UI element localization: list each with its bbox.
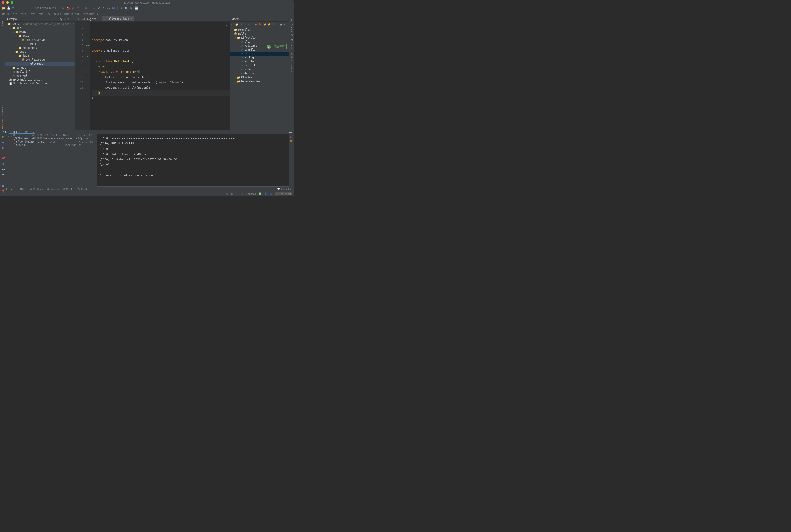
- reload-icon[interactable]: ⟳: [231, 23, 234, 26]
- locate-icon[interactable]: ◎: [59, 17, 63, 21]
- crumb-5[interactable]: lzx: [46, 13, 51, 16]
- hide-panel-icon[interactable]: —: [289, 130, 292, 134]
- tree-row[interactable]: ▾📁src: [5, 26, 75, 30]
- filter-icon[interactable]: ⚗: [1, 174, 5, 177]
- tool-windows-icon[interactable]: ▫: [2, 193, 3, 195]
- crumb-4[interactable]: com: [38, 13, 43, 16]
- maven-tab[interactable]: Maven: [291, 63, 293, 73]
- settings-icon[interactable]: ⚙: [107, 6, 110, 10]
- tree-row[interactable]: ▸📚External Libraries: [5, 78, 75, 82]
- tree-row[interactable]: ▾📦com.lzx.maven: [5, 58, 75, 62]
- toggle-offline-icon[interactable]: ⚡: [263, 23, 266, 26]
- project-tab[interactable]: Project: [1, 17, 4, 27]
- profile-icon[interactable]: ⏱: [76, 6, 79, 10]
- tree-row[interactable]: ▸©HelloTest: [5, 62, 75, 66]
- hide-panel-icon[interactable]: —: [284, 17, 287, 21]
- favorites-tab[interactable]: Favorites: [1, 117, 4, 130]
- run-maven-icon[interactable]: ▶: [254, 23, 258, 26]
- show-dependencies-icon[interactable]: ⚠: [272, 23, 275, 26]
- editor-body[interactable]: 12345678910111213 ▶▶▶ ✓ package com.lzx.…: [75, 22, 229, 130]
- toggle-skip-tests-icon[interactable]: ⚡: [267, 23, 271, 26]
- maven-tree-row[interactable]: ⚙verify: [230, 60, 289, 63]
- encoding[interactable]: UTF-8: [237, 193, 243, 195]
- tree-row[interactable]: Mpom.xml: [5, 74, 75, 78]
- save-all-icon[interactable]: 💾: [7, 6, 10, 10]
- add-project-icon[interactable]: +: [247, 23, 250, 26]
- download-sources-icon[interactable]: ⬇: [239, 23, 243, 26]
- run-tree-row[interactable]: ▸!com.lzx.maven:Hello:jar:1.0-SNAPSHOT2 …: [6, 142, 97, 145]
- eye-icon[interactable]: 👁: [1, 162, 5, 166]
- more-icon[interactable]: ⋮: [283, 130, 287, 134]
- key-promoter-tab[interactable]: Key Promoter X: [291, 17, 293, 37]
- close-window-icon[interactable]: [2, 1, 4, 4]
- stop-icon[interactable]: ■: [1, 140, 5, 144]
- tw-profiler[interactable]: ⏱Profiler: [63, 188, 74, 190]
- tw-run[interactable]: ▶Run: [6, 188, 13, 190]
- code-area[interactable]: ✓ package com.lzx.maven; import org.juni…: [90, 22, 229, 130]
- stop-icon[interactable]: ■: [84, 6, 88, 10]
- run-tree[interactable]: ▾✓Hello [test]:At 2021/2/4, 15:01 with 3…: [6, 134, 97, 193]
- crumb-6[interactable]: maven: [53, 13, 61, 16]
- maven-tree-row[interactable]: ▸📁Dependencies: [230, 79, 289, 83]
- more-icon[interactable]: ⋮: [280, 17, 284, 21]
- maven-tree-row[interactable]: ▸📁Profiles: [230, 28, 289, 32]
- close-icon[interactable]: ✕: [98, 18, 99, 20]
- tree-row[interactable]: ▸©Hello: [5, 42, 75, 46]
- tree-row[interactable]: ▸📁target: [5, 66, 75, 70]
- minimize-window-icon[interactable]: [6, 1, 9, 4]
- expand-all-icon[interactable]: ⤢: [63, 17, 67, 21]
- tree-row[interactable]: 📋Scratches and Consoles: [5, 82, 75, 86]
- generate-sources-icon[interactable]: 📁: [235, 23, 239, 26]
- pin-icon[interactable]: 📌: [1, 156, 5, 160]
- crumb-3[interactable]: java: [29, 13, 36, 16]
- maven-tree-row[interactable]: ⚙deploy: [230, 72, 289, 75]
- collapse-panel-icon[interactable]: ⚙: [67, 17, 70, 21]
- maven-settings-icon[interactable]: ⚙: [283, 23, 287, 26]
- rerun-icon[interactable]: ▶: [1, 135, 5, 138]
- editor-tab-hello[interactable]: ©Hello.java✕: [75, 16, 102, 21]
- mystery-icon[interactable]: 📗: [258, 192, 261, 195]
- tw-event-log[interactable]: 💬Event Log: [277, 188, 292, 190]
- tw-build[interactable]: 🔨Build: [77, 188, 87, 190]
- crumb-7[interactable]: ©HelloTest: [64, 13, 80, 16]
- settings-icon[interactable]: ⚙: [1, 146, 5, 150]
- execute-goal-icon[interactable]: M: [258, 23, 262, 26]
- git-push-icon[interactable]: ⤒: [102, 6, 106, 10]
- tree-row[interactable]: ▾📁java: [5, 54, 75, 58]
- codota-tab[interactable]: Codota: [291, 52, 293, 62]
- tree-row[interactable]: ◫Hello.iml: [5, 70, 75, 74]
- soft-wrap-icon[interactable]: ↩: [289, 135, 293, 139]
- tree-row[interactable]: 📁resources: [5, 46, 75, 50]
- modules-icon[interactable]: ⊞: [112, 6, 115, 10]
- tw-problems[interactable]: ⚠Problems: [30, 188, 43, 190]
- tree-row[interactable]: ▾📁java: [5, 34, 75, 38]
- tw-todo[interactable]: ✓TODO: [17, 188, 27, 190]
- code-with-me-icon[interactable]: 🖥: [120, 6, 123, 10]
- tw-terminal[interactable]: ▣Terminal: [47, 188, 59, 190]
- run-icon[interactable]: ▶: [61, 6, 65, 10]
- indent-info[interactable]: 4 spaces: [246, 193, 256, 195]
- project-tree[interactable]: ▾📁Hello~/IdeaProjects/Maven_Workspace/He…: [5, 22, 75, 130]
- avatar-icon[interactable]: ⚛: [130, 6, 133, 10]
- forward-icon[interactable]: →: [24, 6, 28, 10]
- git-pull-icon[interactable]: ⤓: [92, 6, 96, 10]
- maven-tree-row[interactable]: ⚙install: [230, 63, 289, 68]
- maven-tree-row[interactable]: ▾📁Lifecycle: [230, 36, 289, 40]
- database-tab[interactable]: Database: [291, 38, 293, 51]
- hide-panel-icon[interactable]: —: [70, 17, 73, 21]
- search-icon[interactable]: 🔍: [125, 6, 128, 10]
- layout-icon[interactable]: ▦: [1, 184, 5, 187]
- cursor-position[interactable]: 11:6: [224, 193, 228, 195]
- close-icon[interactable]: ✕: [33, 131, 34, 133]
- maven-tree-row[interactable]: ⚙clean: [230, 40, 289, 44]
- translate-icon[interactable]: 🔤: [134, 6, 138, 10]
- crumb-1[interactable]: src: [12, 13, 18, 16]
- tree-row[interactable]: ▾📁main: [5, 30, 75, 34]
- editor-tab-hellotest[interactable]: ©HelloTest.java✕: [102, 16, 134, 21]
- open-icon[interactable]: 📂: [2, 6, 5, 10]
- scroll-to-end-icon[interactable]: ⊞: [289, 139, 293, 142]
- git-commit-icon[interactable]: ✓: [97, 6, 100, 10]
- debug-icon[interactable]: 🐞: [66, 6, 70, 10]
- crumb-2[interactable]: test: [20, 13, 27, 16]
- maven-tree[interactable]: ▸📁Profiles▾📦Hello▾📁Lifecycle⚙clean⚙valid…: [230, 27, 289, 130]
